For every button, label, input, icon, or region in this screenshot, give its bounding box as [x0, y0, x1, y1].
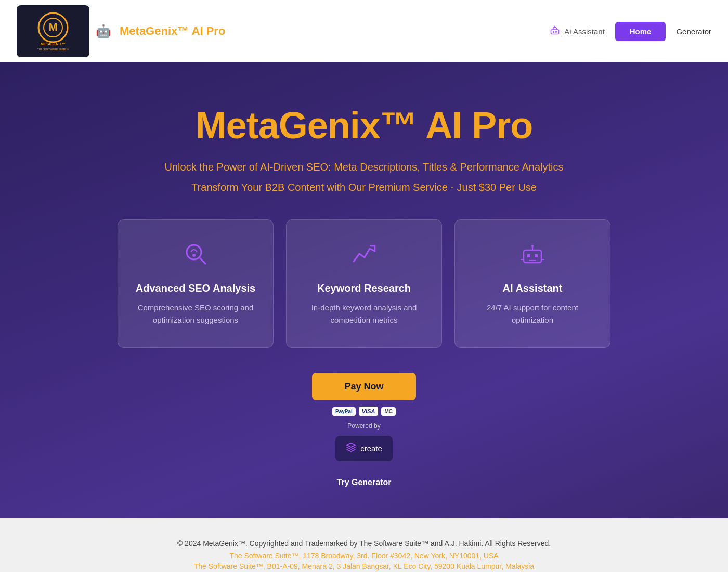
card-3-desc: 24/7 AI support for content optimization — [472, 302, 593, 327]
logo-box: M METAGENIX™ THE SOFTWARE SUITE™ — [17, 5, 89, 57]
brand-name: MetaGenix™ AI Pro — [120, 24, 225, 38]
card-2-title: Keyword Research — [303, 282, 425, 294]
create-icon — [346, 442, 356, 455]
logo-area: M METAGENIX™ THE SOFTWARE SUITE™ 🤖 MetaG… — [17, 5, 225, 57]
card-1-desc: Comprehensive SEO scoring and optimizati… — [135, 302, 256, 327]
create-label: create — [360, 444, 382, 453]
create-dropdown[interactable]: create — [335, 436, 393, 461]
visa-icon: VISA — [359, 407, 379, 416]
seo-analysis-icon — [135, 241, 256, 272]
paypal-icon: PayPal — [332, 407, 356, 416]
keyword-research-icon — [303, 241, 425, 272]
powered-by-label: Powered by — [347, 422, 380, 430]
payment-section: Pay Now PayPal VISA MC Powered by create — [21, 373, 707, 461]
footer: © 2024 MetaGenix™. Copyrighted and Trade… — [0, 518, 728, 572]
mastercard-icon: MC — [381, 407, 396, 416]
header: M METAGENIX™ THE SOFTWARE SUITE™ 🤖 MetaG… — [0, 0, 728, 62]
svg-line-9 — [199, 257, 205, 264]
try-generator-link[interactable]: Try Generator — [21, 478, 707, 487]
svg-point-7 — [556, 31, 557, 32]
nav-right: Ai Assistant Home Generator — [550, 22, 711, 41]
hero-title: MetaGenix™ AI Pro — [21, 104, 707, 147]
hero-cta-text: Transform Your B2B Content with Our Prem… — [21, 181, 707, 193]
generator-button[interactable]: Generator — [676, 27, 711, 36]
ai-assistant-card-icon — [472, 241, 593, 272]
pay-now-button[interactable]: Pay Now — [312, 373, 416, 400]
footer-copyright: © 2024 MetaGenix™. Copyrighted and Trade… — [21, 539, 707, 548]
footer-address-2: The Software Suite™, B01-A-09, Menara 2,… — [21, 562, 707, 570]
svg-rect-5 — [551, 30, 559, 34]
card-seo-analysis: Advanced SEO Analysis Comprehensive SEO … — [118, 219, 274, 348]
cards-container: Advanced SEO Analysis Comprehensive SEO … — [21, 219, 707, 348]
hero-section: MetaGenix™ AI Pro Unlock the Power of AI… — [0, 62, 728, 518]
card-1-title: Advanced SEO Analysis — [135, 282, 256, 294]
card-keyword-research: Keyword Research In-depth keyword analys… — [286, 219, 442, 348]
card-3-title: AI Assistant — [472, 282, 593, 294]
home-button[interactable]: Home — [615, 22, 666, 41]
svg-text:METAGENIX™: METAGENIX™ — [41, 42, 66, 46]
powered-by-text: Powered by — [347, 422, 380, 430]
ai-assistant-icon — [550, 25, 560, 38]
ai-assistant-link[interactable]: Ai Assistant — [550, 25, 605, 38]
robot-icon: 🤖 — [96, 24, 111, 38]
hero-subtitle: Unlock the Power of AI-Driven SEO: Meta … — [21, 161, 707, 173]
svg-point-10 — [192, 254, 196, 257]
card-ai-assistant: AI Assistant 24/7 AI support for content… — [454, 219, 610, 348]
ai-assistant-label: Ai Assistant — [564, 27, 605, 36]
svg-text:M: M — [49, 21, 58, 33]
svg-rect-12 — [527, 254, 530, 257]
svg-point-15 — [531, 245, 534, 247]
svg-point-6 — [553, 31, 554, 32]
footer-address-1: The Software Suite™, 1178 Broadway, 3rd.… — [21, 552, 707, 560]
svg-text:THE SOFTWARE SUITE™: THE SOFTWARE SUITE™ — [37, 48, 69, 51]
payment-icons: PayPal VISA MC — [332, 407, 396, 416]
svg-rect-13 — [535, 254, 538, 257]
card-2-desc: In-depth keyword analysis and competitio… — [303, 302, 425, 327]
